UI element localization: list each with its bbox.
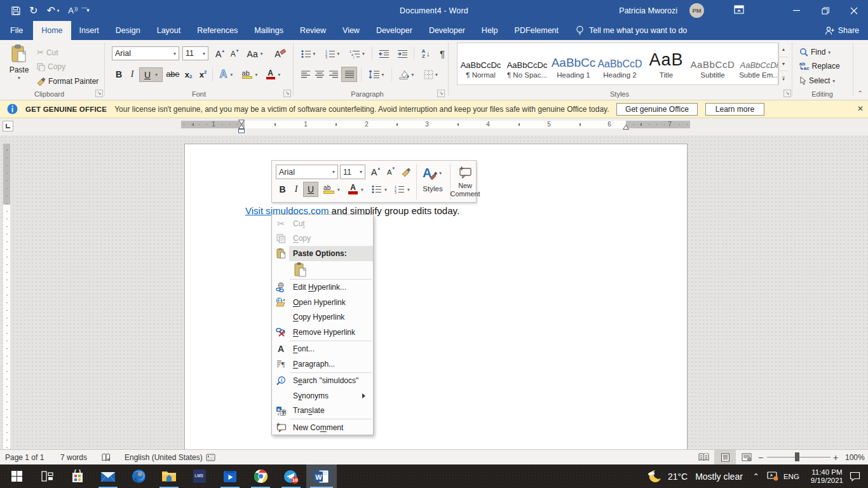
find-button[interactable]: Find ▾ [799,48,831,57]
start-button[interactable] [1,464,32,488]
bullets-button[interactable]: ▾ [299,47,318,60]
grow-font-button[interactable]: A▴ [213,47,227,60]
right-indent-marker[interactable] [622,125,630,130]
zoom-in-button[interactable]: + [833,450,838,464]
line-spacing-button[interactable]: ▾ [364,67,388,81]
close-button[interactable] [839,0,868,21]
message-bar-close-icon[interactable]: ✕ [857,104,864,113]
style-title[interactable]: AaB Title [643,43,689,85]
font-color-button[interactable]: A ▾ [262,67,284,81]
weather-description[interactable]: Mostly clear [695,471,743,482]
tab-selector[interactable] [3,121,13,132]
align-center-button[interactable] [313,67,327,81]
horizontal-ruler[interactable]: 1 1 2 3 4 5 6 7 [181,121,690,128]
web-layout-button[interactable] [736,450,757,464]
menu-item-remove-hyperlink[interactable]: Remove Hyperlink [272,325,373,340]
show-formatting-marks-button[interactable]: ¶ [436,47,449,60]
font-name-combobox[interactable]: Arial▾ [112,46,179,60]
decrease-indent-button[interactable] [376,47,392,60]
tab-layout[interactable]: Layout [149,21,189,40]
minimize-button[interactable] [782,0,811,21]
tab-mailings[interactable]: Mailings [246,21,292,40]
tab-file[interactable]: File [0,21,33,40]
input-language[interactable]: ENG [783,473,799,480]
mini-grow-font-button[interactable]: A▴ [369,165,383,179]
proofing-status-icon[interactable] [102,450,111,464]
account-user-name[interactable]: Patricia Mworozi [619,0,677,21]
restore-button[interactable] [811,0,839,21]
taskbar-edge[interactable] [123,464,154,488]
clipboard-dialog-launcher-icon[interactable]: ↘ [95,90,103,97]
superscript-button[interactable]: x2 [196,67,210,81]
text-highlight-button[interactable]: ab ▾ [239,67,261,81]
text-effects-button[interactable]: A▾ [215,67,237,81]
change-case-button[interactable]: Aa▾ [244,47,266,60]
collapse-ribbon-icon[interactable]: ⌃ [858,90,863,97]
mini-highlight-button[interactable]: ab ▾ [320,182,343,197]
mini-italic-button[interactable]: I [290,182,302,197]
align-right-button[interactable] [327,67,341,81]
mini-shrink-font-button[interactable]: A▾ [384,165,398,179]
zoom-level[interactable]: 100% [845,450,865,464]
paste-button[interactable]: Paste ▾ [6,44,32,81]
tab-developer-2[interactable]: Developer [421,21,473,40]
font-dialog-launcher-icon[interactable]: ↘ [283,90,291,97]
shrink-font-button[interactable]: A▾ [227,47,241,60]
menu-item-search[interactable]: i Search "simuldocs" [272,374,373,389]
sort-button[interactable]: AZ ↓ [417,47,435,60]
tab-developer-1[interactable]: Developer [368,21,421,40]
clear-formatting-button[interactable]: A [272,47,288,60]
indent-markers[interactable] [238,119,245,133]
italic-button[interactable]: I [126,67,138,81]
taskbar-mail[interactable] [93,464,123,488]
menu-item-copy-hyperlink[interactable]: Copy Hyperlink [272,310,373,325]
taskbar-telegram[interactable]: 10 [276,464,306,488]
menu-item-open-hyperlink[interactable]: Open Hyperlink [272,295,373,310]
mini-new-comment-button[interactable] [456,164,474,180]
mini-bullets-button[interactable]: ▾ [369,182,390,197]
mini-bold-button[interactable]: B [276,182,289,197]
page-number-status[interactable]: Page 1 of 1 [5,450,44,464]
tab-help[interactable]: Help [473,21,506,40]
zoom-slider-handle[interactable] [795,452,799,461]
taskbar-store[interactable] [62,464,93,488]
mini-font-name-combobox[interactable]: Arial▾ [276,165,338,179]
multilevel-list-button[interactable]: 1ai ▾ [347,47,367,60]
keep-source-formatting-button[interactable] [292,261,309,278]
taskbar-lms[interactable]: LMS [184,464,215,488]
macro-recording-icon[interactable] [206,450,215,464]
format-painter-button[interactable]: Format Painter [37,77,98,86]
align-left-button[interactable] [299,67,313,81]
paragraph-dialog-launcher-icon[interactable]: ↘ [437,90,445,97]
mini-font-color-button[interactable]: A ▾ [345,182,367,197]
style-subtitle[interactable]: AaBbCcD Subtitle [689,43,736,85]
read-mode-button[interactable] [693,450,714,464]
learn-more-button[interactable]: Learn more [705,103,764,116]
mini-numbering-button[interactable]: 123 ▾ [392,182,412,197]
weather-icon[interactable] [646,469,663,484]
clock[interactable]: 11:40 PM 9/19/2021 [811,468,843,485]
numbering-button[interactable]: 123 ▾ [323,47,342,60]
tray-display-icon[interactable] [767,471,778,481]
menu-item-cut[interactable]: ✂ Cut [272,216,373,231]
tab-insert[interactable]: Insert [71,21,107,40]
styles-gallery-more-icon[interactable]: ═▾ [779,71,788,85]
avatar[interactable]: PM [689,3,704,18]
borders-button[interactable]: ▾ [419,67,442,81]
share-button[interactable]: Share [825,21,859,40]
style-normal[interactable]: AaBbCcDc ¶ Normal [458,43,504,85]
menu-item-paragraph[interactable]: ¶ Paragraph... [272,356,373,372]
mini-font-size-combobox[interactable]: 11▾ [340,165,365,179]
taskbar-chrome[interactable] [245,464,276,488]
zoom-out-button[interactable]: − [758,450,763,464]
taskbar-file-explorer[interactable] [154,464,184,488]
styles-dialog-launcher-icon[interactable]: ↘ [783,90,791,97]
tab-review[interactable]: Review [292,21,334,40]
tab-view[interactable]: View [334,21,368,40]
mini-format-painter-button[interactable] [399,165,413,179]
strikethrough-button[interactable]: abe [165,67,180,81]
tab-pdfelement[interactable]: PDFelement [506,21,567,40]
menu-item-translate[interactable]: a字 Translate [272,403,373,419]
tab-references[interactable]: References [189,21,246,40]
increase-indent-button[interactable] [394,47,410,60]
